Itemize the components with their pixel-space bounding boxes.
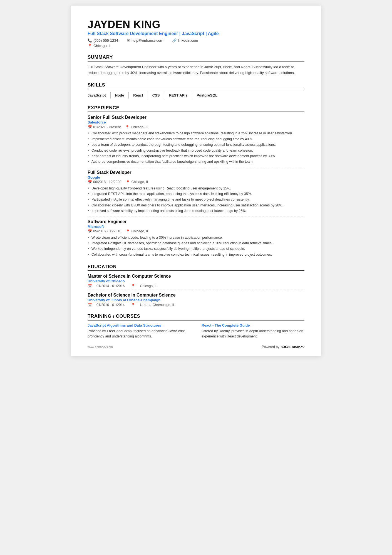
- summary-title: SUMMARY: [88, 55, 304, 61]
- job-title: Software Engineer: [88, 219, 304, 224]
- skill-item: React: [129, 92, 148, 98]
- phone-contact: 📞 (555) 555-1234: [88, 38, 118, 43]
- link-icon: 🔗: [172, 38, 177, 43]
- job-bullets: Wrote clean and efficient code, leading …: [88, 235, 304, 258]
- degree-school: University of Chicago: [88, 279, 304, 283]
- job-bullet: Integrated REST APIs into the main appli…: [88, 191, 304, 197]
- email-contact: ✉ help@enhancv.com: [127, 38, 163, 43]
- job-bullet: Participated in Agile sprints, effective…: [88, 197, 304, 202]
- job-meta: 📅 06/2018 - 12/2020📍 Chicago, IL: [88, 180, 304, 184]
- experience-job-block: Software EngineerMicrosoft📅 05/2016 - 05…: [88, 216, 304, 258]
- education-section: EDUCATION Master of Science in Computer …: [88, 264, 304, 307]
- linkedin-contact[interactable]: 🔗 linkedin.com: [172, 38, 198, 43]
- summary-text: Full Stack Software Development Engineer…: [88, 64, 304, 76]
- calendar-icon: 📅: [88, 180, 92, 184]
- skill-item: PostgreSQL: [192, 92, 222, 98]
- job-bullet: Integrated PostgreSQL databases, optimiz…: [88, 241, 304, 246]
- phone-value: (555) 555-1234: [93, 38, 118, 43]
- location-value: Chicago, IL: [93, 44, 112, 48]
- job-bullet: Authored comprehensive documentation tha…: [88, 159, 304, 164]
- pin-icon: 📍: [125, 125, 130, 129]
- contact-row: 📞 (555) 555-1234 ✉ help@enhancv.com 🔗 li…: [88, 38, 304, 43]
- header: JAYDEN KING Full Stack Software Developm…: [88, 19, 304, 48]
- location-row: 📍 Chicago, IL: [88, 44, 304, 48]
- candidate-name: JAYDEN KING: [88, 19, 304, 31]
- training-course-title: React - The Complete Guide: [202, 323, 304, 327]
- education-title: EDUCATION: [88, 264, 304, 271]
- pin-icon: 📍: [131, 284, 135, 288]
- degree-title: Master of Science in Computer Science: [88, 274, 304, 279]
- job-bullet: Developed high-quality front-end feature…: [88, 186, 304, 191]
- location-contact: 📍 Chicago, IL: [88, 44, 112, 48]
- skill-item: Node: [111, 92, 129, 98]
- training-course-desc: Provided by FreeCodeCamp, focused on enh…: [88, 329, 190, 339]
- job-bullet: Wrote clean and efficient code, leading …: [88, 235, 304, 240]
- job-bullet: Worked independently on various tasks, s…: [88, 246, 304, 251]
- powered-by-text: Powered by: [262, 345, 279, 349]
- calendar-icon: 📅: [88, 125, 92, 129]
- candidate-title: Full Stack Software Development Engineer…: [88, 31, 304, 36]
- job-date: 📅 06/2018 - 12/2020: [88, 180, 121, 184]
- pin-icon: 📍: [126, 180, 130, 184]
- training-course-desc: Offered by Udemy, provides in-depth unde…: [202, 329, 304, 339]
- summary-section: SUMMARY Full Stack Software Development …: [88, 55, 304, 76]
- enhancv-brand-name: Enhancv: [289, 345, 304, 349]
- job-company: Salesforce: [88, 120, 304, 124]
- job-title: Senior Full Stack Developer: [88, 115, 304, 120]
- phone-icon: 📞: [88, 38, 92, 43]
- experience-jobs: Senior Full Stack DeveloperSalesforce📅 0…: [88, 115, 304, 257]
- calendar-icon: 📅: [88, 303, 92, 307]
- job-company: Microsoft: [88, 225, 304, 229]
- experience-title: EXPERIENCE: [88, 105, 304, 112]
- education-degree-block: Bachelor of Science in Computer ScienceU…: [88, 290, 304, 307]
- training-item: React - The Complete GuideOffered by Ude…: [202, 323, 304, 339]
- training-item: JavaScript Algorithms and Data Structure…: [88, 323, 190, 339]
- experience-job-block: Full Stack DeveloperGoogle📅 06/2018 - 12…: [88, 167, 304, 214]
- linkedin-value: linkedin.com: [178, 38, 198, 43]
- degree-title: Bachelor of Science in Computer Science: [88, 293, 304, 298]
- skills-section: SKILLS JavaScriptNodeReactCSSREST APIsPo…: [88, 82, 304, 98]
- job-bullet: Led a team of developers to conduct thor…: [88, 142, 304, 147]
- job-location: 📍 Chicago, IL: [126, 180, 149, 184]
- job-bullet: Collaborated closely with UI/UX designer…: [88, 203, 304, 208]
- skills-list: JavaScriptNodeReactCSSREST APIsPostgreSQ…: [88, 92, 304, 98]
- experience-section: EXPERIENCE Senior Full Stack DeveloperSa…: [88, 105, 304, 257]
- training-title: TRAINING / COURSES: [88, 314, 304, 320]
- location-icon: 📍: [88, 44, 92, 48]
- job-location: 📍 Chicago, IL: [125, 125, 148, 129]
- enhancv-logo: Enhancv: [281, 344, 304, 349]
- job-bullet: Implemented efficient, maintainable code…: [88, 137, 304, 142]
- page-footer: www.enhancv.com Powered by Enhancv: [88, 344, 304, 349]
- training-section: TRAINING / COURSES JavaScript Algorithms…: [88, 314, 304, 339]
- degree-school: University of Illinois at Urbana-Champai…: [88, 298, 304, 302]
- job-bullet: Improved software stability by implement…: [88, 208, 304, 214]
- degree-meta: 📅 01/2014 - 01/2016 📍 Chicago, IL: [88, 284, 304, 288]
- email-value: help@enhancv.com: [132, 38, 163, 43]
- skills-title: SKILLS: [88, 82, 304, 89]
- job-meta: 📅 01/2021 - Present📍 Chicago, IL: [88, 125, 304, 129]
- skill-item: CSS: [148, 92, 165, 98]
- skill-item: REST APIs: [164, 92, 192, 98]
- job-bullet: Collaborated with product managers and s…: [88, 131, 304, 136]
- calendar-icon: 📅: [88, 229, 92, 233]
- footer-brand: Powered by Enhancv: [262, 344, 304, 349]
- pin-icon: 📍: [126, 229, 130, 233]
- training-course-title: JavaScript Algorithms and Data Structure…: [88, 323, 190, 327]
- job-company: Google: [88, 175, 304, 179]
- education-degrees: Master of Science in Computer ScienceUni…: [88, 274, 304, 307]
- job-bullets: Collaborated with product managers and s…: [88, 131, 304, 164]
- enhancv-icon: [281, 344, 289, 349]
- degree-meta: 📅 01/2010 - 01/2014 📍 Urbana-Champaign, …: [88, 303, 304, 307]
- footer-website: www.enhancv.com: [88, 345, 113, 349]
- job-bullet: Conducted code reviews, providing constr…: [88, 148, 304, 153]
- job-date: 📅 05/2016 - 05/2018: [88, 229, 121, 233]
- calendar-icon: 📅: [88, 284, 92, 288]
- job-date: 📅 01/2021 - Present: [88, 125, 121, 129]
- training-grid: JavaScript Algorithms and Data Structure…: [88, 323, 304, 339]
- job-location: 📍 Chicago, IL: [126, 229, 149, 233]
- email-icon: ✉: [127, 38, 130, 43]
- job-bullet: Collaborated with cross-functional teams…: [88, 252, 304, 257]
- skill-item: JavaScript: [88, 92, 111, 98]
- job-title: Full Stack Developer: [88, 170, 304, 175]
- job-meta: 📅 05/2016 - 05/2018📍 Chicago, IL: [88, 229, 304, 233]
